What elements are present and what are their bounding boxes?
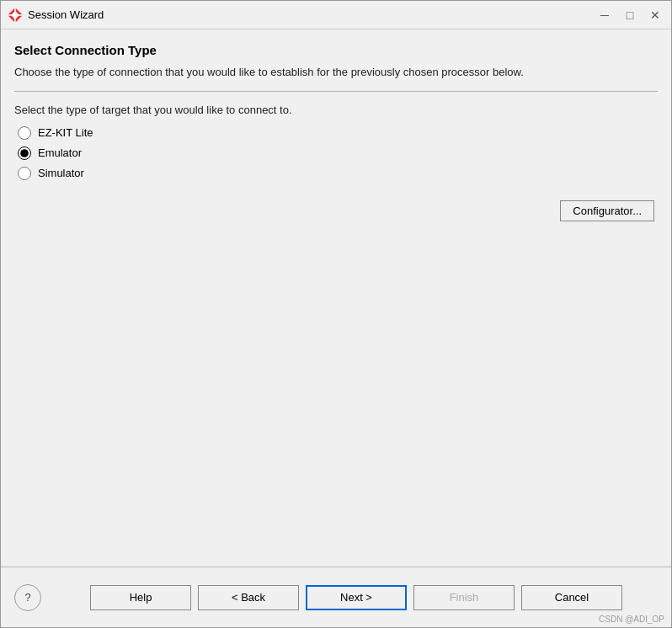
maximize-button[interactable]: □ [621,6,639,24]
divider [14,91,658,92]
radio-emulator[interactable] [18,146,31,160]
description-text: Choose the type of connection that you w… [14,64,658,81]
footer-buttons: Help < Back Next > Finish Cancel [55,585,658,610]
help-button[interactable]: Help [90,585,191,610]
configurator-button[interactable]: Configurator... [560,200,654,221]
radio-item-ezkit[interactable]: EZ-KIT Lite [18,126,658,140]
target-instruction: Select the type of target that you would… [14,104,658,116]
back-button[interactable]: < Back [198,585,299,610]
section-title: Select Connection Type [14,43,658,57]
session-wizard-window: Session Wizard ─ □ ✕ Select Connection T… [0,0,672,628]
window-title: Session Wizard [28,8,595,21]
radio-label-emulator: Emulator [38,146,82,159]
next-button[interactable]: Next > [306,585,407,610]
radio-ezkit[interactable] [18,126,31,140]
footer: ? Help < Back Next > Finish Cancel CSDN … [1,567,671,627]
close-button[interactable]: ✕ [646,6,664,24]
minimize-button[interactable]: ─ [595,6,614,24]
content-area: Select Connection Type Choose the type o… [1,29,671,567]
configurator-area: Configurator... [14,200,658,221]
help-icon-button[interactable]: ? [14,584,41,611]
finish-button[interactable]: Finish [413,585,515,610]
question-mark-icon: ? [24,591,30,604]
radio-label-simulator: Simulator [38,167,84,179]
radio-item-emulator[interactable]: Emulator [18,146,658,160]
window-controls: ─ □ ✕ [595,6,664,24]
title-bar: Session Wizard ─ □ ✕ [1,1,671,29]
radio-simulator[interactable] [18,167,31,180]
cancel-button[interactable]: Cancel [521,585,622,610]
connection-type-radio-group: EZ-KIT Lite Emulator Simulator [18,126,658,180]
radio-label-ezkit: EZ-KIT Lite [38,126,93,139]
watermark: CSDN @ADI_OP [599,615,664,624]
app-logo [8,8,23,23]
radio-item-simulator[interactable]: Simulator [18,167,658,180]
